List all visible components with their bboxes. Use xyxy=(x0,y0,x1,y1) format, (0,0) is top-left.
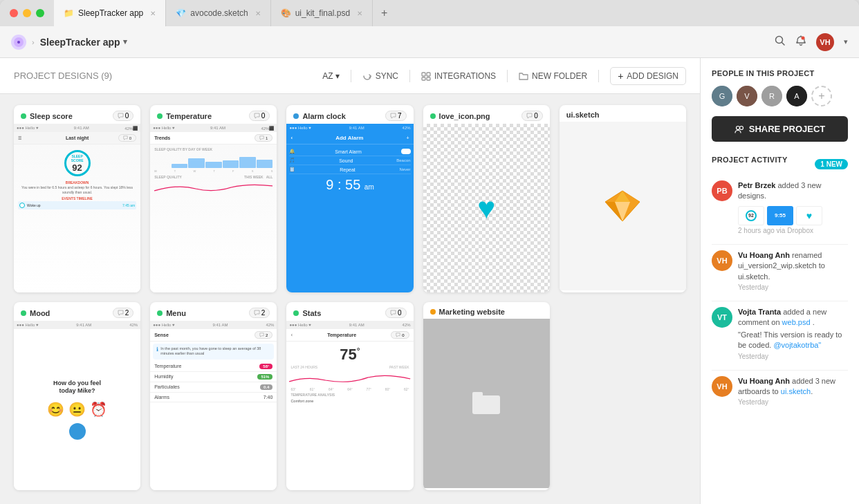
people-avatars: + xyxy=(712,86,848,106)
activity-item-4: VH Vu Hoang Anh added 3 new artboards to… xyxy=(712,376,848,407)
minimize-button[interactable] xyxy=(23,9,31,17)
activity-avatar-pb: PB xyxy=(712,180,732,201)
emoji-happy: 😊 xyxy=(47,401,64,418)
thumb-blue: 9:55 xyxy=(767,206,793,225)
designs-grid: Sleep score 0 ●●● Hello ♥9:41 AM42%⬛ ☰ L… xyxy=(0,94,700,501)
avatar-p1[interactable] xyxy=(712,86,732,106)
status-dot xyxy=(21,113,26,119)
card-sleep-score[interactable]: Sleep score 0 ●●● Hello ♥9:41 AM42%⬛ ☰ L… xyxy=(14,105,140,292)
activity-avatar-vt: VT xyxy=(712,307,732,328)
app-logo xyxy=(11,35,26,50)
tab-label: avocode.sketch xyxy=(190,8,248,18)
activity-badge: 1 NEW xyxy=(815,159,848,169)
tabs-bar: 📁 SleepTracker app ✕ 💎 avocode.sketch ✕ … xyxy=(54,0,859,26)
thumb-heart: ♥ xyxy=(796,206,822,225)
tab-close-icon[interactable]: ✕ xyxy=(150,10,156,17)
page-title: PROJECT DESIGNS (9) xyxy=(14,71,322,81)
svg-rect-6 xyxy=(422,77,425,80)
search-button[interactable] xyxy=(775,35,786,49)
status-dot xyxy=(293,113,299,119)
add-design-button[interactable]: + ADD DESIGN xyxy=(610,67,686,85)
new-tab-button[interactable]: + xyxy=(373,7,396,19)
card-marketing[interactable]: Marketing website xyxy=(423,302,550,489)
tab-close-icon[interactable]: ✕ xyxy=(255,10,261,17)
card-alarm-clock[interactable]: Alarm clock 7 ●●● Hello ♥9:41 AM42% ‹ Ad… xyxy=(286,105,413,292)
activity-thumbnails: 92 9:55 ♥ xyxy=(738,206,848,225)
card-temperature[interactable]: Temperature 0 ●●● Hello ♥9:41 AM42%⬛ Tre… xyxy=(150,105,277,292)
main-layout: PROJECT DESIGNS (9) AZ ▾ SYNC xyxy=(0,58,859,504)
tab-sleeptracker[interactable]: 📁 SleepTracker app ✕ xyxy=(54,0,166,26)
card-love-icon[interactable]: love_icon.png 0 ♥ xyxy=(423,105,550,292)
card-menu[interactable]: Menu 2 ●●● Hello ♥9:41 AM42% Sense xyxy=(150,302,277,489)
comment-count: 0 xyxy=(385,308,407,318)
status-dot xyxy=(430,309,436,315)
comment-count: 0 xyxy=(249,111,270,121)
activity-item-2: VH Vu Hoang Anh renamed ui_version2_wip.… xyxy=(712,250,848,291)
content-header: PROJECT DESIGNS (9) AZ ▾ SYNC xyxy=(0,58,700,94)
close-button[interactable] xyxy=(10,9,18,17)
activity-text-3: Vojta Tranta added a new comment on web.… xyxy=(738,307,848,351)
status-dot xyxy=(430,113,436,119)
sort-button[interactable]: AZ ▾ xyxy=(322,71,339,81)
avatar-p2[interactable] xyxy=(737,86,757,106)
psd-icon: 🎨 xyxy=(281,8,291,18)
fullscreen-button[interactable] xyxy=(36,9,44,17)
status-dot xyxy=(157,310,163,316)
avatar-p4[interactable] xyxy=(786,86,807,106)
tab-label: SleepTracker app xyxy=(78,8,143,18)
activity-time-3: Yesterday xyxy=(738,353,848,360)
comment-count: 7 xyxy=(385,111,407,121)
status-dot xyxy=(293,310,299,316)
status-dot xyxy=(21,310,26,316)
activity-time-2: Yesterday xyxy=(738,283,848,291)
dropdown-arrow[interactable]: ▾ xyxy=(123,37,127,46)
notifications-button[interactable] xyxy=(795,35,806,49)
activity-text-4: Vu Hoang Anh added 3 new artboards to ui… xyxy=(738,376,848,398)
tab-uikit[interactable]: 🎨 ui_kit_final.psd ✕ xyxy=(271,0,373,26)
emoji-alarm: ⏰ xyxy=(90,401,107,418)
activity-link[interactable]: web.psd xyxy=(782,318,811,326)
tab-avocode[interactable]: 💎 avocode.sketch ✕ xyxy=(166,0,270,26)
new-folder-button[interactable]: NEW FOLDER xyxy=(519,71,587,81)
status-dot xyxy=(157,113,163,119)
activity-time-4: Yesterday xyxy=(738,398,848,406)
traffic-lights xyxy=(0,9,54,17)
sketch-diamond-icon xyxy=(604,189,641,223)
sidebar: PEOPLE IN THIS PROJECT + SHARE PROJEC xyxy=(700,58,859,504)
activity-item-3: VT Vojta Tranta added a new comment on w… xyxy=(712,307,848,360)
nav-title: SleepTracker app ▾ xyxy=(40,37,127,48)
activity-avatar-vh2: VH xyxy=(712,376,732,397)
share-project-button[interactable]: SHARE PROJECT xyxy=(712,116,848,142)
svg-line-2 xyxy=(782,42,785,45)
activity-item-1: PB Petr Brzek added 3 new designs. 92 9:… xyxy=(712,180,848,234)
mention-link[interactable]: @vojtakotrba" xyxy=(773,341,821,349)
tab-close-icon[interactable]: ✕ xyxy=(357,10,362,17)
activity-time-1: 2 hours ago via Dropbox xyxy=(738,227,848,234)
svg-rect-7 xyxy=(427,77,430,80)
breadcrumb-separator: › xyxy=(32,38,35,46)
svg-point-13 xyxy=(736,126,739,129)
people-section-title: PEOPLE IN THIS PROJECT xyxy=(712,69,848,77)
integrations-button[interactable]: INTEGRATIONS xyxy=(421,71,496,81)
comment-count: 0 xyxy=(521,111,543,121)
avatar-p3[interactable] xyxy=(761,86,782,106)
sync-button[interactable]: SYNC xyxy=(362,71,398,81)
card-stats[interactable]: Stats 0 ●●● Hello ♥9:41 AM42% ‹ Temperat… xyxy=(286,302,413,489)
activity-link2[interactable]: ui.sketch xyxy=(781,387,811,395)
activity-text-2: Vu Hoang Anh renamed ui_version2_wip.ske… xyxy=(738,250,848,282)
thumb-sleep: 92 xyxy=(738,206,764,225)
sketch-icon: 💎 xyxy=(176,8,186,18)
comment-count: 2 xyxy=(249,308,270,318)
account-dropdown[interactable]: ▾ xyxy=(844,37,848,46)
content-area: PROJECT DESIGNS (9) AZ ▾ SYNC xyxy=(0,58,700,504)
add-person-button[interactable]: + xyxy=(811,86,832,106)
activity-header: PROJECT ACTIVITY 1 NEW xyxy=(712,156,848,172)
svg-point-3 xyxy=(802,36,805,39)
activity-avatar-vh: VH xyxy=(712,250,732,271)
card-ui-sketch[interactable]: ui.sketch xyxy=(560,105,686,292)
card-mood[interactable]: Mood 2 ●●● Hello ♥9:41 AM42% How do you … xyxy=(14,302,140,489)
user-avatar[interactable]: VH xyxy=(816,33,834,51)
svg-rect-4 xyxy=(422,73,425,76)
app-window: 📁 SleepTracker app ✕ 💎 avocode.sketch ✕ … xyxy=(0,0,859,504)
activity-title: PROJECT ACTIVITY xyxy=(712,156,788,164)
